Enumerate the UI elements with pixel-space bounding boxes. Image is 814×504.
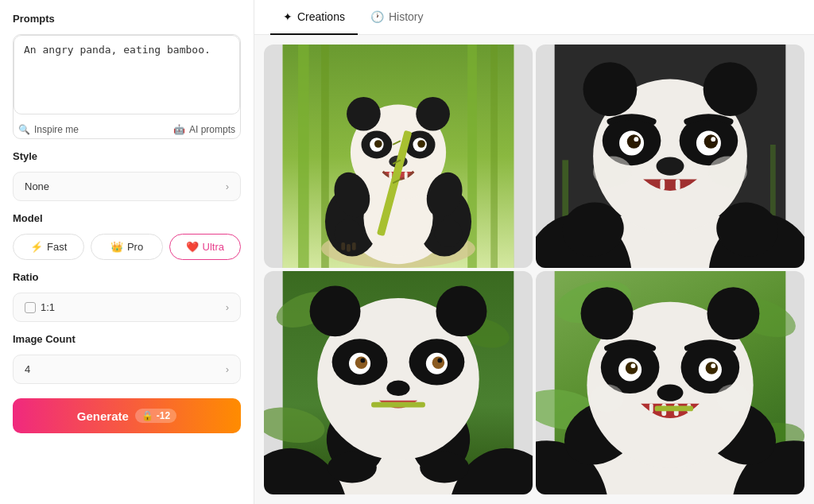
svg-point-18 <box>347 97 381 131</box>
prompts-box: An angry panda, eating bamboo. 🔍 Inspire… <box>13 34 241 139</box>
tab-creations-label: Creations <box>297 10 345 23</box>
image-count-label: Image Count <box>13 333 241 345</box>
svg-point-12 <box>361 131 392 159</box>
image-count-selector[interactable]: 4 › <box>13 355 241 384</box>
ai-prompts-button[interactable]: 🤖 AI prompts <box>170 122 238 137</box>
svg-point-74 <box>317 298 479 459</box>
svg-rect-61 <box>283 271 514 494</box>
svg-line-26 <box>393 141 401 145</box>
svg-rect-33 <box>352 242 356 250</box>
svg-point-56 <box>657 157 684 175</box>
svg-point-84 <box>436 285 486 336</box>
search-icon: 🔍 <box>18 124 30 135</box>
inspire-me-button[interactable]: 🔍 Inspire me <box>15 122 82 137</box>
svg-point-17 <box>417 140 425 148</box>
svg-point-92 <box>555 432 786 494</box>
svg-point-53 <box>711 137 715 142</box>
svg-point-101 <box>699 358 722 381</box>
svg-point-79 <box>355 357 368 370</box>
svg-point-51 <box>704 134 718 148</box>
svg-point-98 <box>601 341 660 394</box>
svg-point-69 <box>448 448 533 494</box>
svg-point-39 <box>536 214 632 268</box>
svg-rect-86 <box>371 402 425 408</box>
svg-rect-58 <box>676 180 680 191</box>
svg-rect-57 <box>660 180 665 191</box>
image-cell-4[interactable] <box>536 271 804 494</box>
model-label: Model <box>13 212 241 224</box>
svg-point-73 <box>420 452 469 483</box>
svg-rect-32 <box>347 244 351 252</box>
image-cell-1[interactable] <box>264 45 533 268</box>
svg-point-83 <box>310 285 361 336</box>
svg-point-55 <box>704 62 758 116</box>
pro-icon: 👑 <box>110 241 123 253</box>
tab-creations[interactable]: ✦ Creations <box>270 0 358 35</box>
ratio-label: Ratio <box>13 271 241 283</box>
svg-rect-43 <box>647 195 701 201</box>
svg-point-19 <box>416 97 450 131</box>
svg-point-8 <box>325 187 379 256</box>
model-ultra-button[interactable]: ❤️ Ultra <box>169 234 241 260</box>
tab-history-label: History <box>389 10 424 23</box>
svg-point-104 <box>631 363 636 368</box>
svg-point-42 <box>712 197 782 261</box>
svg-line-27 <box>393 160 401 164</box>
image-cell-3[interactable] <box>264 271 533 494</box>
generate-label: Generate <box>77 409 129 423</box>
svg-point-64 <box>264 402 328 448</box>
model-fast-button[interactable]: ⚡ Fast <box>13 234 84 260</box>
svg-point-41 <box>558 197 628 261</box>
model-options: ⚡ Fast 👑 Pro ❤️ Ultra <box>13 234 241 260</box>
history-icon: 🕐 <box>370 10 384 23</box>
svg-point-30 <box>435 219 463 247</box>
ratio-selector[interactable]: 1:1 › <box>13 293 241 322</box>
svg-rect-34 <box>555 45 786 268</box>
svg-point-96 <box>692 388 788 477</box>
svg-point-108 <box>657 384 684 401</box>
svg-point-93 <box>536 440 608 494</box>
svg-point-115 <box>716 384 750 412</box>
ultra-icon: ❤️ <box>186 241 199 253</box>
svg-point-47 <box>680 116 738 165</box>
lock-icon: 🔒 <box>141 410 153 421</box>
style-value: None <box>25 180 49 192</box>
svg-rect-1 <box>283 45 514 268</box>
tab-history[interactable]: 🕐 History <box>358 0 436 35</box>
svg-rect-111 <box>649 404 653 413</box>
svg-rect-25 <box>377 130 412 237</box>
image-cell-2[interactable] <box>536 45 804 268</box>
fast-icon: ⚡ <box>30 241 43 253</box>
svg-point-80 <box>432 357 445 370</box>
svg-rect-22 <box>405 172 408 180</box>
images-grid <box>254 35 814 504</box>
svg-rect-2 <box>298 45 309 268</box>
svg-point-72 <box>328 452 377 483</box>
svg-point-88 <box>551 273 635 331</box>
svg-point-24 <box>421 167 468 222</box>
svg-point-63 <box>453 312 513 353</box>
svg-rect-113 <box>655 406 693 412</box>
svg-point-85 <box>386 381 409 396</box>
svg-point-100 <box>618 358 642 381</box>
svg-point-106 <box>581 287 634 339</box>
svg-point-75 <box>332 339 388 385</box>
style-label: Style <box>13 150 241 162</box>
model-pro-button[interactable]: 👑 Pro <box>91 234 162 260</box>
ai-icon: 🤖 <box>173 124 185 135</box>
style-selector[interactable]: None › <box>13 172 241 201</box>
svg-point-77 <box>349 353 370 374</box>
generate-button[interactable]: Generate 🔒 -12 <box>13 398 241 433</box>
svg-point-62 <box>272 285 340 335</box>
svg-point-14 <box>370 138 383 151</box>
svg-point-29 <box>335 219 362 247</box>
prompts-input[interactable]: An angry panda, eating bamboo. <box>14 35 240 114</box>
svg-rect-36 <box>562 160 568 268</box>
prompts-section: Prompts An angry panda, eating bamboo. 🔍… <box>13 13 241 139</box>
svg-point-76 <box>409 339 465 385</box>
credit-value: -12 <box>157 410 170 421</box>
svg-point-59 <box>593 157 631 188</box>
svg-rect-5 <box>490 45 498 268</box>
svg-point-35 <box>547 222 793 268</box>
svg-rect-0 <box>283 45 514 268</box>
